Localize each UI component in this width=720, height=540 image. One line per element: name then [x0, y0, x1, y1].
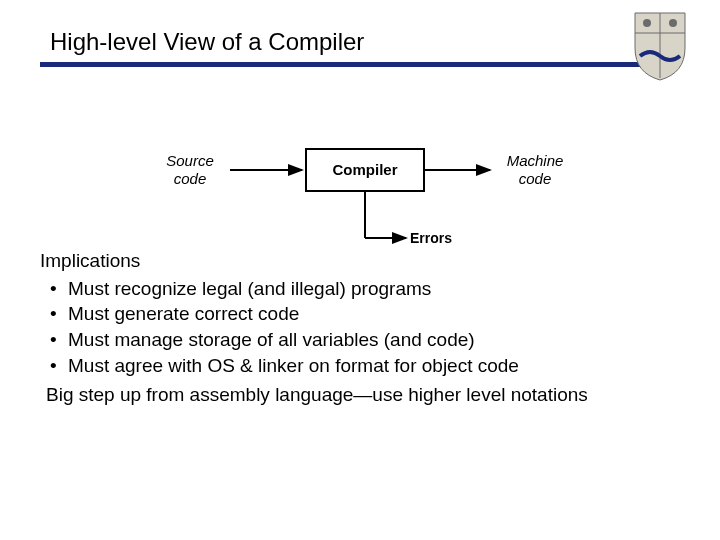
closing-line: Big step up from assembly language—use h… — [40, 382, 680, 408]
body-text: Implications Must recognize legal (and i… — [40, 248, 680, 408]
list-item: Must manage storage of all variables (an… — [68, 327, 680, 353]
machine-code-label: Machine code — [490, 152, 580, 188]
crest-logo — [630, 8, 690, 83]
title-underline — [40, 62, 680, 67]
bullet-list: Must recognize legal (and illegal) progr… — [40, 276, 680, 379]
implications-heading: Implications — [40, 248, 680, 274]
compiler-diagram: Source code Compiler Machine code Errors — [130, 140, 590, 260]
compiler-box: Compiler — [305, 148, 425, 192]
svg-point-2 — [643, 19, 651, 27]
svg-point-3 — [669, 19, 677, 27]
list-item: Must agree with OS & linker on format fo… — [68, 353, 680, 379]
slide: High-level View of a Compiler Sourc — [0, 0, 720, 540]
source-code-label: Source code — [150, 152, 230, 188]
errors-label: Errors — [410, 230, 452, 246]
list-item: Must recognize legal (and illegal) progr… — [68, 276, 680, 302]
list-item: Must generate correct code — [68, 301, 680, 327]
page-title: High-level View of a Compiler — [50, 28, 364, 56]
